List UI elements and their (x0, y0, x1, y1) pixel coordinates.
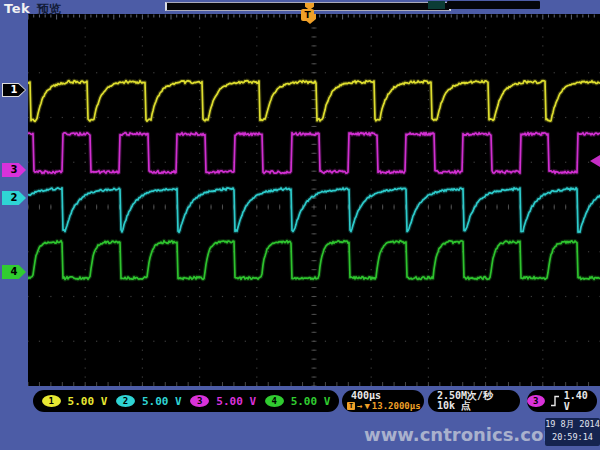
channel-scale-readouts[interactable]: 15.00 V25.00 V35.00 V45.00 V (33, 390, 339, 412)
channel-1-position-marker[interactable]: 1 (2, 83, 26, 97)
channel-4-scale: 5.00 V (291, 395, 331, 408)
trigger-source-badge: 3 (527, 395, 545, 407)
watermark: www.cntronics.com (364, 424, 562, 445)
arrow-icon: → (357, 401, 362, 411)
rising-edge-icon (550, 395, 559, 407)
waveform-display (28, 14, 600, 386)
channel-3-readout[interactable]: 35.00 V (190, 395, 256, 408)
channel-4-readout[interactable]: 45.00 V (265, 395, 331, 408)
channel-3-scale: 5.00 V (216, 395, 256, 408)
channel-1-marker-label: 1 (3, 84, 25, 96)
channel-3-position-marker[interactable]: 3 (2, 163, 26, 177)
timebase-readout[interactable]: 400µs T→▼13.2000µs (342, 390, 424, 412)
channel-2-badge: 2 (116, 395, 135, 407)
channel-4-badge: 4 (265, 395, 284, 407)
trigger-level-arrow[interactable] (590, 155, 600, 167)
channel-2-readout[interactable]: 25.00 V (116, 395, 182, 408)
trigger-t-icon: T (347, 402, 355, 410)
acquisition-readout[interactable]: 2.50M次/秒 10k 点 (428, 390, 520, 412)
channel-1-readout[interactable]: 15.00 V (42, 395, 108, 408)
run-status-box (428, 1, 445, 9)
channel-1-badge: 1 (42, 395, 61, 407)
time-value: 20:59:14 (545, 431, 600, 444)
trigger-indicator-flag[interactable]: T (301, 9, 314, 21)
channel-4-position-marker[interactable]: 4 (2, 265, 26, 279)
channel-2-position-marker[interactable]: 2 (2, 191, 26, 205)
datetime-display: 19 8月 2014 20:59:14 (545, 418, 600, 446)
trigger-readout[interactable]: 3 1.40 V (527, 390, 597, 412)
channel-2-scale: 5.00 V (142, 395, 182, 408)
scope-screen (28, 14, 600, 386)
header-readout-box (447, 1, 540, 9)
ch4-trace (28, 241, 600, 280)
channel-1-scale: 5.00 V (68, 395, 108, 408)
trigger-delay-row: T→▼13.2000µs (347, 401, 424, 411)
triangle-down-icon: ▼ (364, 401, 369, 411)
ch1-trace (28, 81, 600, 122)
trigger-level-value: 1.40 V (564, 390, 597, 412)
timebase-scale: 400µs (351, 391, 424, 401)
channel-3-badge: 3 (190, 395, 209, 407)
tek-logo: Tek (4, 1, 30, 16)
trigger-delay-value: 13.2000µs (372, 401, 421, 411)
date-value: 19 8月 2014 (545, 418, 600, 431)
record-length: 10k 点 (437, 401, 520, 411)
